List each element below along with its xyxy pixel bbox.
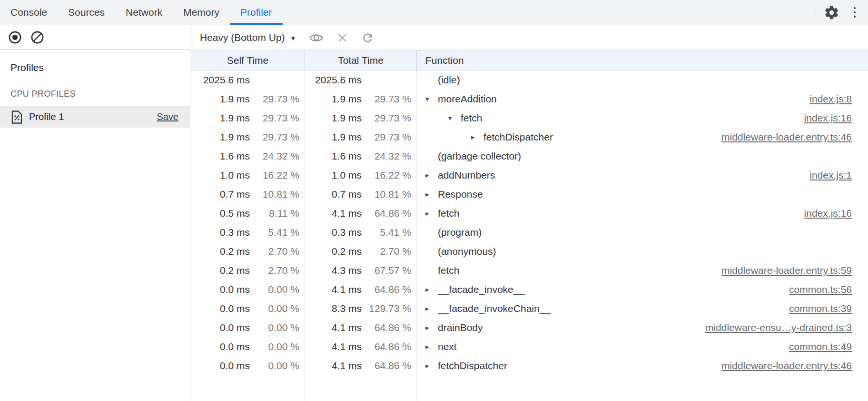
table-row[interactable]: 0.0 ms 0.00 % 4.1 ms 64.86 % ▸ fetchDisp…: [191, 356, 868, 375]
source-location-link[interactable]: common.ts:56: [789, 284, 852, 295]
tree-twisty-icon[interactable]: ▸: [425, 304, 438, 313]
total-time-cell: 4.1 ms 64.86 %: [305, 284, 417, 295]
total-time-ms: 4.1 ms: [305, 208, 362, 219]
clear-profiles-icon[interactable]: [30, 30, 45, 45]
self-time-ms: 0.5 ms: [191, 208, 250, 219]
tabbar-right-controls: [816, 0, 868, 25]
record-profile-icon[interactable]: [8, 30, 22, 45]
table-row[interactable]: 0.5 ms 8.11 % 4.1 ms 64.86 % ▸ fetch ind…: [191, 204, 868, 223]
total-time-cell: 0.2 ms 2.70 %: [305, 246, 417, 257]
total-time-percent: 29.73 %: [362, 112, 417, 124]
function-cell: ▸ addNumbers index.js:1: [417, 170, 868, 181]
tree-twisty-icon[interactable]: ▸: [425, 323, 438, 332]
tab-label: Profiler: [240, 7, 272, 18]
table-row[interactable]: 0.0 ms 0.00 % 4.1 ms 64.86 % ▸ __facade_…: [191, 280, 868, 299]
tree-twisty-icon[interactable]: ▾: [425, 95, 438, 103]
column-header-total-time[interactable]: Total Time: [305, 50, 417, 70]
settings-gear-icon[interactable]: [824, 5, 839, 20]
table-row[interactable]: 0.0 ms 0.00 % 4.1 ms 64.86 % ▸ next comm…: [191, 337, 868, 356]
tree-twisty-icon[interactable]: ▾: [448, 114, 461, 122]
function-cell: ▸ fetch index.js:16: [417, 208, 868, 219]
self-time-cell: 0.2 ms 2.70 %: [191, 246, 305, 257]
self-time-cell: 0.0 ms 0.00 %: [191, 322, 305, 333]
table-row[interactable]: 1.9 ms 29.73 % 1.9 ms 29.73 % ▾ fetch in…: [191, 109, 868, 128]
self-time-percent: 2.70 %: [250, 246, 305, 257]
tree-twisty-icon[interactable]: ▸: [425, 342, 438, 351]
column-header-function[interactable]: Function: [417, 50, 868, 70]
tab-memory[interactable]: Memory: [173, 0, 230, 25]
restore-all-refresh-icon[interactable]: [361, 31, 374, 44]
source-location-link[interactable]: index.js:8: [809, 93, 852, 105]
table-row[interactable]: 0.7 ms 10.81 % 0.7 ms 10.81 % ▸ Response: [191, 185, 868, 204]
source-location-link[interactable]: middleware-loader.entry.ts:46: [721, 360, 852, 371]
view-mode-label: Heavy (Bottom Up): [200, 32, 285, 43]
tab-profiler[interactable]: Profiler: [230, 0, 283, 25]
source-location-link[interactable]: middleware-loader.entry.ts:59: [721, 265, 852, 276]
table-row[interactable]: 0.0 ms 0.00 % 8.3 ms 129.73 % ▸ __facade…: [191, 299, 868, 318]
exclude-selected-close-icon[interactable]: [336, 32, 348, 44]
self-time-cell: 0.2 ms 2.70 %: [191, 265, 305, 276]
tree-twisty-icon[interactable]: ▸: [425, 361, 438, 370]
source-location-link[interactable]: middleware-loader.entry.ts:46: [721, 131, 852, 143]
self-time-percent: 0.00 %: [250, 341, 305, 352]
source-location-link[interactable]: common.ts:39: [789, 303, 852, 314]
total-time-cell: 1.0 ms 16.22 %: [305, 170, 417, 181]
devtools-profiler-panel: Console Sources Network Memory Profiler …: [0, 0, 868, 401]
table-row[interactable]: 0.0 ms 0.00 % 4.1 ms 64.86 % ▸ drainBody…: [191, 318, 868, 337]
self-time-cell: 0.0 ms 0.00 %: [191, 303, 305, 314]
focus-selected-eye-icon[interactable]: [309, 30, 324, 45]
profiler-toolbar: Heavy (Bottom Up) ▼: [191, 25, 868, 50]
profiler-grid-body: 2025.6 ms 2025.6 ms (idle) 1.9 ms 29.73 …: [191, 70, 868, 401]
tree-twisty-icon[interactable]: ▸: [425, 209, 438, 218]
table-row[interactable]: 1.0 ms 16.22 % 1.0 ms 16.22 % ▸ addNumbe…: [191, 166, 868, 185]
total-time-ms: 1.9 ms: [305, 93, 362, 105]
total-time-cell: 0.7 ms 10.81 %: [305, 189, 417, 200]
function-cell: fetch middleware-loader.entry.ts:59: [417, 265, 868, 276]
source-location-link[interactable]: index.js:16: [804, 208, 852, 219]
tree-twisty-icon[interactable]: ▸: [425, 171, 438, 180]
self-time-percent: 0.00 %: [250, 360, 305, 371]
total-time-ms: 4.1 ms: [305, 341, 362, 352]
table-row[interactable]: 2025.6 ms 2025.6 ms (idle): [191, 70, 868, 90]
table-row[interactable]: 1.6 ms 24.32 % 1.6 ms 24.32 % (garbage c…: [191, 147, 868, 166]
column-header-self-time[interactable]: Self Time: [191, 50, 305, 70]
self-time-cell: 1.9 ms 29.73 %: [191, 112, 305, 124]
total-time-cell: 4.1 ms 64.86 %: [305, 208, 417, 219]
tab-network[interactable]: Network: [115, 0, 173, 25]
tab-sources[interactable]: Sources: [58, 0, 115, 25]
total-time-cell: 4.1 ms 64.86 %: [305, 341, 417, 352]
total-time-cell: 8.3 ms 129.73 %: [305, 303, 417, 314]
function-cell: (garbage collector): [417, 150, 868, 162]
table-row[interactable]: 1.9 ms 29.73 % 1.9 ms 29.73 % ▾ moreAddi…: [191, 90, 868, 109]
tab-label: Network: [126, 7, 162, 18]
devtools-tabbar: Console Sources Network Memory Profiler: [0, 0, 868, 25]
self-time-cell: 0.7 ms 10.81 %: [191, 189, 305, 200]
table-row[interactable]: 0.2 ms 2.70 % 0.2 ms 2.70 % (anonymous): [191, 242, 868, 261]
table-row[interactable]: 0.3 ms 5.41 % 0.3 ms 5.41 % (program): [191, 223, 868, 242]
source-location-link[interactable]: middleware-ensu…y-drained.ts:3: [705, 322, 852, 333]
self-time-ms: 0.0 ms: [191, 303, 250, 314]
source-location-link[interactable]: index.js:16: [804, 112, 852, 124]
profile-list-item[interactable]: Profile 1 Save: [0, 106, 190, 128]
total-time-ms: 4.3 ms: [305, 265, 362, 276]
source-location-link[interactable]: common.ts:49: [789, 341, 852, 352]
more-options-kebab-icon[interactable]: [848, 7, 862, 18]
table-row[interactable]: 1.9 ms 29.73 % 1.9 ms 29.73 % ▸ fetchDis…: [191, 128, 868, 147]
self-time-ms: 1.0 ms: [191, 170, 250, 181]
self-time-cell: 1.0 ms 16.22 %: [191, 170, 305, 181]
save-profile-link[interactable]: Save: [157, 111, 178, 122]
self-time-percent: 0.00 %: [250, 303, 305, 314]
self-time-percent: 2.70 %: [250, 265, 305, 276]
view-mode-dropdown[interactable]: Heavy (Bottom Up) ▼: [200, 32, 296, 43]
total-time-ms: 1.9 ms: [305, 112, 362, 124]
self-time-ms: 0.3 ms: [191, 227, 250, 238]
function-name: __facade_invoke__: [438, 284, 524, 295]
table-row[interactable]: 0.2 ms 2.70 % 4.3 ms 67.57 % fetch middl…: [191, 261, 868, 280]
self-time-percent: 29.73 %: [250, 131, 305, 143]
tree-twisty-icon[interactable]: ▸: [471, 133, 483, 141]
function-name: moreAddition: [438, 93, 497, 105]
tree-twisty-icon[interactable]: ▸: [425, 190, 438, 199]
source-location-link[interactable]: index.js:1: [809, 170, 852, 181]
tree-twisty-icon[interactable]: ▸: [425, 285, 438, 294]
tab-console[interactable]: Console: [0, 0, 58, 25]
